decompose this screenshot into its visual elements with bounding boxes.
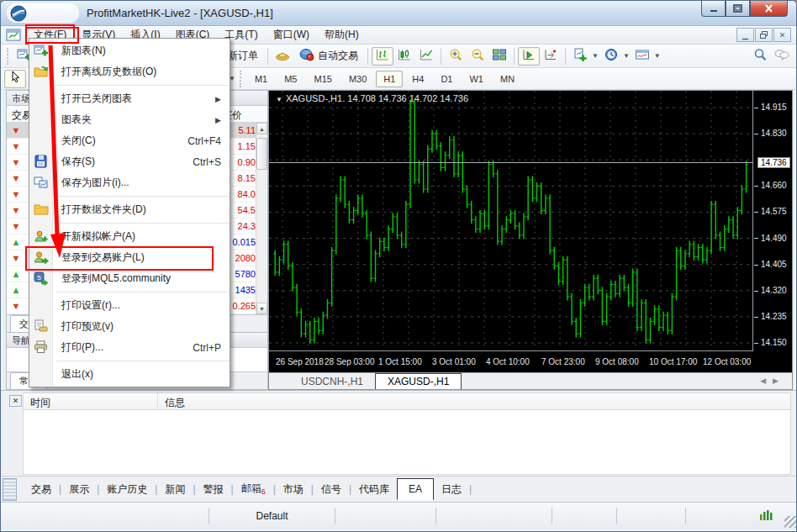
terminal-tab-邮箱[interactable]: 邮箱6 <box>234 478 273 499</box>
terminal-tab-警报[interactable]: 警报 <box>196 479 231 500</box>
mdi-restore-button[interactable] <box>755 28 773 42</box>
price-tick-label: 14.915 <box>754 103 793 112</box>
menu-item-label: 开新模拟帐户(A) <box>61 229 221 244</box>
application-window: ProfitMarketHK-Live2 - [XAGUSD-,H1] 文件(F… <box>0 0 797 532</box>
new-chart-icon <box>34 43 49 58</box>
menu-item-i[interactable]: 保存为图片(i)... <box>29 172 230 193</box>
price-tick-label: 14.490 <box>754 234 793 243</box>
terminal-close-icon[interactable]: ✕ <box>9 395 22 407</box>
terminal-tab-代码库[interactable]: 代码库 <box>351 479 397 500</box>
templates-icon[interactable] <box>631 47 653 66</box>
menu-item-C[interactable]: 关闭(C)Ctrl+F4 <box>29 130 230 151</box>
periods-icon[interactable] <box>600 47 622 66</box>
timeframe-H1[interactable]: H1 <box>376 71 403 87</box>
status-section <box>436 508 552 524</box>
terminal-tab-交易[interactable]: 交易 <box>24 479 59 500</box>
menu-item-A[interactable]: 开新模拟帐户(A) <box>29 226 230 247</box>
terminal-tab-展示[interactable]: 展示 <box>61 479 97 500</box>
collapsed-panel-handle[interactable] <box>3 478 17 501</box>
scroll-up-arrow[interactable]: ▲ <box>256 123 267 134</box>
price-tick-label: 14.575 <box>754 207 793 216</box>
price-tick-label: 14.660 <box>754 181 793 190</box>
terminal-tab-信号[interactable]: 信号 <box>314 479 349 500</box>
message-column-header[interactable]: 信息 <box>158 393 790 409</box>
indicators-icon[interactable] <box>569 47 591 66</box>
menu-item-[interactable]: 图表夹▶ <box>29 109 230 130</box>
menu-item-O[interactable]: 打开离线历史数据(O) <box>29 61 230 82</box>
terminal-tab-市场[interactable]: 市场 <box>276 479 311 500</box>
print-preview-icon <box>34 319 49 334</box>
time-column-header[interactable]: 时间 <box>24 393 158 409</box>
menu-item-r[interactable]: 打印设置(r)... <box>29 295 230 316</box>
templates-icon-dropdown[interactable]: ▼ <box>654 52 661 60</box>
timeframe-D1[interactable]: D1 <box>433 71 460 87</box>
toolbar-grip[interactable] <box>7 48 11 65</box>
menu-item-S[interactable]: 保存(S)Ctrl+S <box>29 151 230 172</box>
bar-chart-icon[interactable] <box>372 47 393 66</box>
price-down-icon: ▼ <box>7 189 25 199</box>
zoom-in-icon <box>448 48 463 64</box>
time-tick-label: 26 Sep 2018 <box>276 357 324 366</box>
search-icon[interactable] <box>749 47 771 66</box>
terminal-tab-bar: 交易|展示|账户历史|新闻|警报|邮箱6|市场|信号|代码库EA日志| <box>1 476 797 502</box>
indicators-icon-dropdown[interactable]: ▼ <box>592 52 599 60</box>
timeframe-M30[interactable]: M30 <box>341 71 374 87</box>
zoom-in-icon[interactable] <box>445 47 467 66</box>
scroll-down-arrow[interactable]: ▼ <box>256 303 267 314</box>
zoom-out-icon[interactable] <box>467 47 488 66</box>
chart-tab-USDCNHH1[interactable]: USDCNH-,H1 <box>289 374 375 389</box>
minimize-button[interactable] <box>701 1 726 17</box>
timeframe-W1[interactable]: W1 <box>462 71 491 87</box>
terminal-tab-EA[interactable]: EA <box>397 478 434 500</box>
terminal-tab-账户历史[interactable]: 账户历史 <box>99 479 155 500</box>
toolbar-grip[interactable] <box>240 71 244 87</box>
chart-tab-bar: USDCNH-,H1XAGUSD-,H1◀▶ <box>269 372 792 389</box>
timeframe-H4[interactable]: H4 <box>404 71 431 87</box>
folder-icon <box>34 202 49 217</box>
autotrade-button[interactable]: 自动交易 <box>293 45 364 66</box>
menu-item-x[interactable]: 退出(x) <box>29 364 230 385</box>
menu-H[interactable]: 帮助(H) <box>317 25 367 45</box>
menu-item-v[interactable]: 打印预览(v) <box>29 316 230 337</box>
autotrade-button-label: 自动交易 <box>318 49 358 63</box>
chart-collapse-icon[interactable]: ▼ <box>276 96 282 103</box>
market-watch-scrollbar[interactable]: ▲ ▼ <box>256 123 267 314</box>
ea-hat-icon[interactable] <box>272 47 293 66</box>
time-axis[interactable]: 26 Sep 201828 Sep 03:001 Oct 15:003 Oct … <box>269 352 792 372</box>
chat-icon[interactable] <box>771 47 793 66</box>
mdi-minimize-button[interactable]: ▁ <box>736 28 754 42</box>
periods-icon-dropdown[interactable]: ▼ <box>623 52 630 60</box>
timeframe-M15[interactable]: M15 <box>306 71 339 87</box>
mdi-close-button[interactable]: ✕ <box>773 28 791 42</box>
scroll-thumb[interactable] <box>256 138 267 170</box>
timeframe-M5[interactable]: M5 <box>277 71 304 87</box>
terminal-tab-日志[interactable]: 日志 <box>434 479 469 500</box>
menu-item-P[interactable]: 打印(P)...Ctrl+P <box>29 337 230 358</box>
line-chart-icon[interactable] <box>415 47 437 66</box>
chart-plot-area[interactable]: ▼XAGUSD-,H1. 14.708 14.736 14.702 14.736 <box>269 91 753 351</box>
chart-tab-scroll-arrows[interactable]: ◀▶ <box>760 377 785 385</box>
menu-separator <box>29 82 230 88</box>
timeframe-MN[interactable]: MN <box>493 71 522 87</box>
menu-item-shortcut: Ctrl+P <box>193 342 221 354</box>
autotrade-icon <box>299 48 314 64</box>
timeframe-M1[interactable]: M1 <box>247 71 275 87</box>
chart-tab-XAGUSDH1[interactable]: XAGUSD-,H1 <box>375 373 462 389</box>
tile-windows-icon[interactable] <box>488 47 510 66</box>
cursor-icon[interactable] <box>4 70 26 88</box>
chart-shift-icon[interactable] <box>540 47 562 66</box>
auto-scroll-icon[interactable] <box>518 47 540 66</box>
menu-item-[interactable]: 打开已关闭图表▶ <box>29 88 230 109</box>
menu-W[interactable]: 窗口(W) <box>266 25 317 45</box>
price-scale[interactable]: 14.91514.83014.66014.57514.49014.40514.3… <box>754 91 793 351</box>
candlestick-icon[interactable] <box>393 47 415 66</box>
price-up-icon: ▲ <box>7 237 25 247</box>
menu-item-D[interactable]: 打开数据文件夹(D) <box>29 199 230 220</box>
menu-item-MQL5community[interactable]: 5登录到MQL5.community <box>29 268 230 289</box>
price-tick-label: 14.830 <box>754 129 793 138</box>
restore-button[interactable] <box>726 1 750 17</box>
resize-grip[interactable] <box>784 516 796 528</box>
status-profile-label: Default <box>256 510 288 522</box>
terminal-tab-新闻[interactable]: 新闻 <box>157 479 193 500</box>
close-button[interactable] <box>750 1 788 17</box>
